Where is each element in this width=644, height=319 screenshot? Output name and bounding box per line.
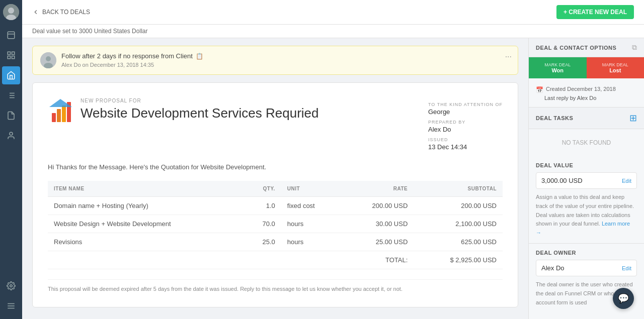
svg-point-16 [10, 285, 13, 287]
item-name-cell: Website Design + Website Development [48, 215, 244, 233]
table-row: Domain name + Hosting (Yearly) 1.0 fixed… [48, 197, 503, 215]
proposal-header: NEW PROPOSAL FOR Website Development Ser… [48, 98, 503, 151]
svg-rect-3 [8, 32, 15, 39]
activity-more-button[interactable]: ··· [505, 52, 512, 61]
deal-value-box: 3,000.00 USD Edit [536, 172, 637, 189]
mark-won-button[interactable]: MARK DEAL Won [529, 57, 587, 78]
svg-rect-6 [12, 52, 15, 54]
created-section: 📅 Created December 13, 2018 Last reply b… [529, 78, 644, 108]
proposal-label: NEW PROPOSAL FOR [80, 98, 319, 103]
mark-won-value: Won [551, 67, 564, 73]
rate-cell: 25.00 USD [341, 233, 414, 251]
svg-rect-8 [12, 56, 15, 59]
subtotal-cell: 625.00 USD [414, 233, 503, 251]
dashboard-icon[interactable] [2, 46, 20, 64]
chat-bubble-button[interactable]: 💬 [613, 288, 634, 309]
proposal-right: TO THE KIND ATTENTION OF George PREPARED… [428, 98, 503, 151]
issued-label: ISSUED [428, 137, 503, 142]
create-new-deal-button[interactable]: + CREATE NEW DEAL [556, 5, 634, 19]
qty-cell: 25.0 [244, 233, 281, 251]
deal-owner-title: DEAL OWNER [536, 250, 637, 256]
proposal-body: Hi Thanks for the Message. Here's the Qu… [48, 163, 503, 171]
proposal-footer: This proposal will be deemed expired aft… [48, 279, 503, 292]
menu-icon[interactable] [2, 297, 20, 315]
col-item-name: ITEM NAME [48, 181, 244, 197]
mark-deal-buttons: MARK DEAL Won MARK DEAL Lost [529, 57, 644, 78]
activity-avatar [40, 52, 56, 68]
svg-point-15 [10, 132, 13, 135]
proposal-card: NEW PROPOSAL FOR Website Development Ser… [32, 82, 518, 307]
proposal-table: ITEM NAME QTY. UNIT RATE SUBTOTAL Domain… [48, 181, 503, 269]
unit-cell: hours [281, 233, 342, 251]
subtotal-cell: 2,100.00 USD [414, 215, 503, 233]
deal-value-desc: Assign a value to this deal and keep tra… [536, 193, 637, 237]
panel-header: DEAL & CONTACT OPTIONS ⧉ [529, 38, 644, 57]
right-panel: DEAL & CONTACT OPTIONS ⧉ MARK DEAL Won M… [528, 38, 644, 319]
avatar[interactable] [3, 4, 19, 20]
created-meta: 📅 Created December 13, 2018 [536, 84, 637, 95]
activity-meta: Alex Do on December 13, 2018 14:35 [61, 62, 510, 68]
svg-rect-23 [52, 113, 56, 122]
prepared-label: PREPARED BY [428, 120, 503, 125]
unit-cell: fixed cost [281, 197, 342, 215]
col-unit: UNIT [281, 181, 342, 197]
content-wrapper: Follow after 2 days if no response from … [22, 38, 644, 319]
topbar: BACK TO DEALS + CREATE NEW DEAL [22, 0, 644, 25]
prepared-value: Alex Do [428, 126, 503, 133]
col-subtotal: SUBTOTAL [414, 181, 503, 197]
activity-text: Follow after 2 days if no response from … [61, 52, 510, 68]
inbox-icon[interactable] [2, 26, 20, 44]
no-task-message: NO TASK FOUND [529, 129, 644, 156]
mark-lost-button[interactable]: MARK DEAL Lost [587, 57, 645, 78]
attention-label: TO THE KIND ATTENTION OF [428, 102, 503, 107]
total-value: $ 2,925.00 USD [414, 251, 503, 269]
status-bar: Deal value set to 3000 United States Dol… [22, 25, 644, 38]
back-arrow-icon [32, 9, 39, 16]
col-qty: QTY. [244, 181, 281, 197]
main-area: BACK TO DEALS + CREATE NEW DEAL Deal val… [22, 0, 644, 319]
svg-rect-25 [62, 105, 66, 122]
activity-type-icon: 📋 [196, 53, 203, 60]
proposal-left: NEW PROPOSAL FOR Website Development Ser… [48, 98, 319, 151]
item-name-cell: Domain name + Hosting (Yearly) [48, 197, 244, 215]
panel-header-title: DEAL & CONTACT OPTIONS [536, 45, 616, 51]
activity-message-text: Follow after 2 days if no response from … [61, 52, 193, 60]
activity-note: Follow after 2 days if no response from … [32, 46, 518, 75]
proposal-logo [48, 98, 73, 123]
deal-owner-box: Alex Do Edit [536, 260, 637, 276]
svg-rect-5 [8, 52, 10, 54]
deal-value-title: DEAL VALUE [536, 162, 637, 168]
deals-icon[interactable] [2, 66, 20, 84]
mark-lost-label: MARK DEAL [592, 62, 639, 67]
svg-rect-7 [8, 56, 10, 59]
sidebar [0, 0, 22, 319]
mark-won-label: MARK DEAL [534, 62, 582, 67]
proposal-title-section: NEW PROPOSAL FOR Website Development Ser… [80, 98, 319, 121]
notes-icon[interactable] [2, 107, 20, 125]
tasks-header: DEAL TASKS ⊞ [529, 108, 644, 129]
add-task-button[interactable]: ⊞ [629, 113, 637, 124]
qty-cell: 70.0 [244, 215, 281, 233]
contacts-icon[interactable] [2, 127, 20, 145]
tasks-title: DEAL TASKS [536, 115, 573, 121]
settings-icon[interactable] [2, 277, 20, 295]
deal-value-edit-link[interactable]: Edit [622, 178, 631, 184]
calendar-icon: 📅 [536, 85, 543, 95]
attention-value: George [428, 108, 503, 116]
total-label: TOTAL: [48, 251, 414, 269]
main-content: Follow after 2 days if no response from … [22, 38, 528, 319]
mark-lost-value: Lost [609, 67, 621, 73]
owner-name: Alex Do [541, 264, 565, 272]
last-reply: Last reply by Alex Do [536, 95, 637, 101]
svg-point-21 [46, 56, 51, 61]
owner-edit-link[interactable]: Edit [622, 265, 631, 271]
back-to-deals-link[interactable]: BACK TO DEALS [32, 9, 90, 16]
rate-cell: 200.00 USD [341, 197, 414, 215]
deal-value-amount: 3,000.00 USD [541, 177, 583, 184]
rate-cell: 30.00 USD [341, 215, 414, 233]
list-icon[interactable] [2, 86, 20, 104]
status-message: Deal value set to 3000 United States Dol… [32, 28, 147, 35]
copy-icon[interactable]: ⧉ [632, 43, 637, 52]
svg-rect-24 [57, 109, 61, 122]
deal-value-section: DEAL VALUE 3,000.00 USD Edit Assign a va… [529, 156, 644, 244]
